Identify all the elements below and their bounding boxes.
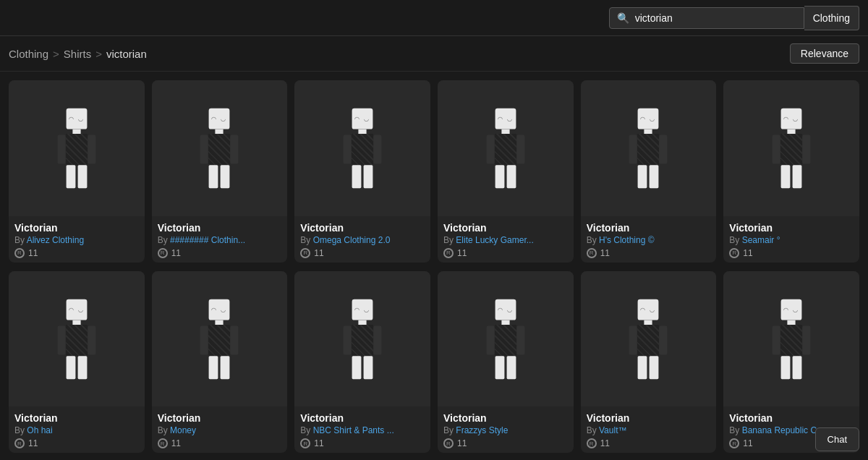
- item-name: Victorian: [14, 222, 139, 234]
- creator-link[interactable]: Alivez Clothing: [27, 235, 84, 245]
- item-card[interactable]: Victorian By Frazzys Style R 11: [438, 271, 574, 453]
- item-price: R 11: [158, 438, 282, 448]
- creator-link[interactable]: Money: [170, 425, 196, 435]
- char-leg-left: [495, 356, 504, 379]
- creator-link[interactable]: Banana Republic C...: [742, 425, 824, 435]
- search-input[interactable]: [635, 12, 796, 24]
- item-card[interactable]: Victorian By Vault™ R 11: [581, 271, 717, 453]
- char-body-area: [773, 325, 811, 356]
- robux-icon: R: [300, 438, 310, 448]
- relevance-button[interactable]: Relevance: [790, 43, 859, 64]
- char-legs: [495, 165, 516, 188]
- breadcrumb-clothing[interactable]: Clothing: [9, 48, 48, 60]
- char-arm-left: [486, 325, 494, 354]
- char-head: [66, 108, 87, 129]
- char-neck: [216, 320, 224, 324]
- char-torso: [495, 325, 516, 356]
- char-leg-right: [364, 165, 373, 188]
- chat-button[interactable]: Chat: [815, 427, 859, 451]
- item-thumbnail: [294, 271, 430, 407]
- category-selector[interactable]: Clothing: [804, 6, 859, 30]
- char-leg-right: [77, 165, 87, 188]
- item-card[interactable]: Victorian By Seamair ° R 11: [723, 80, 859, 263]
- char-head: [209, 108, 230, 129]
- item-grid-row2: Victorian By Oh hai R 11: [0, 271, 868, 460]
- char-torso: [780, 134, 802, 165]
- item-card[interactable]: Victorian By Money R 11: [152, 271, 288, 453]
- creator-link[interactable]: H's Clothing ©: [599, 235, 655, 245]
- item-card[interactable]: Victorian By ######## Clothin... R 11: [152, 80, 288, 263]
- char-arm-right: [88, 135, 95, 163]
- char-body-area: [57, 325, 95, 356]
- char-leg-right: [506, 356, 516, 379]
- char-leg-right: [506, 165, 516, 188]
- price-value: 11: [600, 248, 610, 258]
- item-card[interactable]: Victorian By Omega Clothing 2.0 R 11: [294, 80, 430, 263]
- char-legs: [781, 356, 802, 379]
- creator-link[interactable]: ######## Clothin...: [170, 235, 245, 245]
- item-price: R 11: [300, 438, 425, 448]
- char-arm-right: [802, 325, 810, 354]
- char-arm-right: [88, 325, 95, 354]
- breadcrumb: Clothing > Shirts > victorian: [9, 48, 147, 60]
- char-leg-left: [209, 356, 218, 379]
- character-preview: [486, 108, 524, 188]
- creator-link[interactable]: Seamair °: [742, 235, 780, 245]
- char-torso: [352, 134, 373, 165]
- char-arm-right: [373, 325, 381, 354]
- char-head: [781, 108, 802, 129]
- item-thumbnail: [9, 80, 145, 216]
- char-legs: [352, 165, 373, 188]
- char-leg-right: [221, 165, 230, 188]
- item-price: R 11: [14, 438, 139, 448]
- price-value: 11: [743, 248, 752, 258]
- char-leg-left: [781, 165, 791, 188]
- character-preview: [773, 108, 811, 188]
- char-legs: [352, 356, 373, 379]
- character-preview: [57, 299, 95, 378]
- char-legs: [66, 165, 87, 188]
- char-legs: [781, 165, 802, 188]
- robux-icon: R: [14, 438, 25, 448]
- item-card[interactable]: Victorian By Banana Republic C... R 11: [723, 271, 859, 453]
- creator-link[interactable]: Elite Lucky Gamer...: [456, 235, 533, 245]
- char-head: [495, 108, 516, 129]
- item-price: R 11: [587, 248, 711, 258]
- char-body-area: [629, 134, 668, 165]
- creator-link[interactable]: NBC Shirt & Pants ...: [313, 425, 394, 435]
- item-info: Victorian By Money R 11: [152, 406, 288, 453]
- item-price: R 11: [587, 438, 711, 448]
- breadcrumb-shirts[interactable]: Shirts: [64, 48, 91, 60]
- item-thumbnail: [152, 80, 288, 216]
- char-torso: [495, 134, 516, 165]
- item-creator: By Elite Lucky Gamer...: [443, 235, 568, 245]
- char-leg-right: [793, 356, 802, 379]
- creator-link[interactable]: Frazzys Style: [456, 425, 508, 435]
- item-card[interactable]: Victorian By Elite Lucky Gamer... R 11: [438, 80, 574, 263]
- robux-icon: R: [443, 248, 454, 258]
- char-arm-left: [344, 325, 352, 354]
- char-body-area: [773, 134, 811, 165]
- breadcrumb-sep-2: >: [95, 48, 102, 60]
- creator-link[interactable]: Oh hai: [27, 425, 52, 435]
- item-card[interactable]: Victorian By NBC Shirt & Pants ... R 11: [294, 271, 430, 453]
- item-card[interactable]: Victorian By Alivez Clothing R 11: [9, 80, 145, 263]
- item-creator: By Oh hai: [14, 425, 139, 435]
- char-neck: [359, 129, 367, 133]
- char-leg-right: [650, 165, 659, 188]
- creator-link[interactable]: Omega Clothing 2.0: [313, 235, 391, 245]
- item-creator: By Vault™: [587, 425, 711, 435]
- creator-link[interactable]: Vault™: [599, 425, 626, 435]
- item-name: Victorian: [443, 222, 568, 234]
- item-card[interactable]: Victorian By Oh hai R 11: [9, 271, 145, 453]
- item-price: R 11: [14, 248, 139, 258]
- item-card[interactable]: Victorian By H's Clothing © R 11: [581, 80, 717, 263]
- character-preview: [200, 299, 239, 378]
- item-thumbnail: [438, 80, 574, 216]
- price-value: 11: [171, 248, 181, 258]
- item-creator: By H's Clothing ©: [587, 235, 711, 245]
- char-arm-right: [231, 325, 239, 354]
- item-thumbnail: [723, 271, 859, 407]
- robux-icon: R: [587, 438, 597, 448]
- char-legs: [638, 165, 659, 188]
